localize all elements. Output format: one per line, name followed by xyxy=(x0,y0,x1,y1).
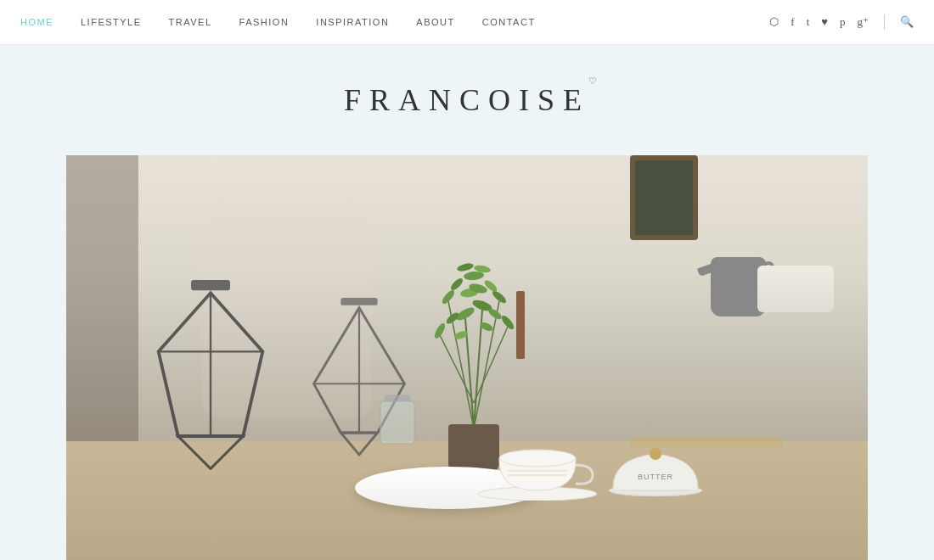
svg-rect-10 xyxy=(340,298,377,305)
svg-line-13 xyxy=(314,308,359,384)
pinterest-icon[interactable]: p xyxy=(840,15,846,29)
svg-line-18 xyxy=(474,310,482,428)
svg-point-38 xyxy=(456,262,474,273)
svg-line-4 xyxy=(159,293,211,351)
svg-point-27 xyxy=(433,322,447,339)
hero-image: BUTTER xyxy=(66,155,868,560)
logo-heart: ♡ xyxy=(588,76,605,87)
site-logo: FRANCOISE ♡ xyxy=(344,82,590,118)
svg-rect-0 xyxy=(191,280,230,290)
counter-items xyxy=(630,433,783,450)
lantern-large xyxy=(143,280,279,475)
nav-link-lifestyle[interactable]: LIFESTYLE xyxy=(81,17,142,27)
svg-rect-47 xyxy=(630,437,783,447)
glass-jar xyxy=(372,390,423,450)
nav-link-inspiration[interactable]: INSPIRATION xyxy=(316,17,389,27)
toaster xyxy=(757,266,834,312)
svg-point-41 xyxy=(499,450,576,467)
logo-section: FRANCOISE ♡ xyxy=(0,45,934,155)
nav-link-travel[interactable]: TRAVEL xyxy=(169,17,212,27)
navigation: HOMELIFESTYLETRAVELFASHIONINSPIRATIONABO… xyxy=(0,0,934,45)
chalkboard xyxy=(630,155,698,240)
heart-icon[interactable]: ♥ xyxy=(821,15,828,29)
svg-line-8 xyxy=(178,436,211,468)
instagram-icon[interactable]: ⬡ xyxy=(769,15,779,29)
svg-point-35 xyxy=(449,277,464,292)
search-icon[interactable]: 🔍 xyxy=(900,15,914,29)
nav-icons: ⬡ft♥pg⁺🔍 xyxy=(769,14,914,30)
svg-text:BUTTER: BUTTER xyxy=(638,473,673,481)
nav-link-about[interactable]: ABOUT xyxy=(416,17,454,27)
svg-rect-48 xyxy=(385,395,410,401)
nav-link-fashion[interactable]: FASHION xyxy=(239,17,290,27)
svg-marker-7 xyxy=(178,436,244,468)
svg-point-28 xyxy=(500,314,516,331)
nav-icon-divider xyxy=(884,14,885,30)
svg-point-45 xyxy=(650,448,661,460)
logo-text: FRANCOISE xyxy=(344,83,590,117)
facebook-icon[interactable]: f xyxy=(791,15,794,29)
svg-line-9 xyxy=(211,436,243,468)
nav-link-home[interactable]: HOME xyxy=(20,17,53,27)
svg-rect-49 xyxy=(380,401,414,444)
kitchen-appliances xyxy=(664,240,834,410)
nav-link-contact[interactable]: CONTACT xyxy=(482,17,536,27)
google-plus-icon[interactable]: g⁺ xyxy=(858,15,869,29)
twitter-icon[interactable]: t xyxy=(807,15,810,29)
hero-container: BUTTER xyxy=(0,155,934,560)
svg-line-3 xyxy=(211,293,262,351)
nav-links: HOMELIFESTYLETRAVELFASHIONINSPIRATIONABO… xyxy=(20,17,536,27)
kettle-spout xyxy=(697,263,716,277)
tea-cup xyxy=(474,424,601,501)
svg-line-12 xyxy=(359,308,404,384)
